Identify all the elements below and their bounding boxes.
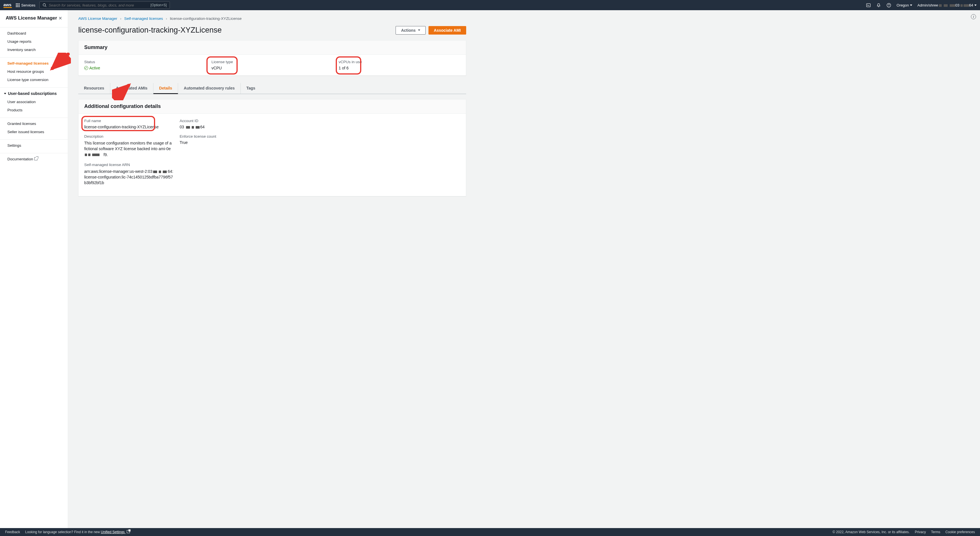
enforce-value: True (180, 140, 270, 145)
chevron-right-icon: › (166, 16, 167, 21)
account-id-value: 03 64 (180, 125, 270, 129)
check-circle-icon (84, 66, 88, 70)
license-type-value: vCPU (212, 66, 333, 70)
global-footer: Feedback Looking for language selection?… (0, 528, 980, 536)
page-title: license-configuration-tracking-XYZLicens… (78, 26, 222, 35)
fullname-value: license-configuration-tracking-XYZLicens… (84, 125, 174, 129)
info-icon[interactable]: i (971, 14, 976, 19)
details-title: Additional configuration details (84, 103, 460, 109)
account-label: Admin/shree 0364 (917, 3, 973, 7)
cloudshell-icon[interactable] (866, 3, 871, 8)
license-type-label: License type (212, 60, 333, 64)
tab-associated-amis[interactable]: Associated AMIs (110, 83, 154, 94)
sidebar-item-user-association[interactable]: User association (0, 98, 68, 106)
sidebar-title: AWS License Manager (6, 15, 57, 21)
breadcrumb: AWS License Manager › Self-managed licen… (78, 15, 466, 26)
description-value: This license configuration monitors the … (84, 140, 174, 157)
chevron-down-icon (4, 93, 6, 94)
detail-tabs: Resources Associated AMIs Details Automa… (78, 83, 466, 94)
vcpus-label: vCPUs in use (339, 60, 460, 64)
summary-status: Status Active (84, 60, 206, 70)
summary-license-type: License type vCPU (212, 60, 333, 70)
chevron-down-icon (418, 30, 420, 31)
sidebar-category-user-subscriptions[interactable]: User-based subscriptions (0, 89, 68, 98)
sidebar-item-dashboard[interactable]: Dashboard (0, 29, 68, 37)
tab-automated-discovery[interactable]: Automated discovery rules (178, 83, 241, 94)
footer-language-text: Looking for language selection? Find it … (25, 530, 130, 534)
associate-ami-button[interactable]: Associate AMI (428, 26, 466, 35)
services-label: Services (21, 3, 35, 7)
region-label: Oregon (897, 3, 909, 7)
detail-description: Description This license configuration m… (84, 134, 174, 157)
sidebar-item-seller-issued-licenses[interactable]: Seller issued licenses (0, 128, 68, 136)
annotation-highlight (336, 56, 361, 75)
arn-value: arn:aws:license-manager:us-west-2:0364:l… (84, 168, 174, 186)
detail-account-id: Account ID 03 64 (180, 119, 270, 129)
arn-label: Self-managed license ARN (84, 163, 174, 167)
footer-unified-settings-link[interactable]: Unified Settings (101, 530, 130, 534)
tab-details[interactable]: Details (153, 83, 178, 94)
details-panel: Additional configuration details Full na… (78, 99, 466, 196)
detail-arn: Self-managed license ARN arn:aws:license… (84, 163, 174, 186)
external-link-icon (34, 157, 37, 160)
sidebar-item-license-type-conversion[interactable]: License type conversion (0, 76, 68, 84)
search-icon (43, 3, 46, 7)
tab-resources[interactable]: Resources (78, 83, 110, 94)
search-shortcut: [Option+S] (151, 3, 167, 7)
close-icon[interactable]: ✕ (59, 16, 62, 21)
summary-title: Summary (84, 44, 460, 51)
detail-fullname: Full name license-configuration-tracking… (84, 119, 174, 129)
sidebar-item-self-managed-licenses[interactable]: Self-managed licenses (0, 59, 68, 67)
summary-panel: Summary Status Active License type v (78, 40, 466, 76)
footer-cookies-link[interactable]: Cookie preferences (945, 530, 975, 534)
svg-line-1 (45, 6, 46, 7)
footer-privacy-link[interactable]: Privacy (915, 530, 926, 534)
actions-dropdown-button[interactable]: Actions (396, 26, 425, 35)
sidebar-item-usage-reports[interactable]: Usage reports (0, 37, 68, 46)
account-menu[interactable]: Admin/shree 0364 (917, 3, 977, 7)
notifications-icon[interactable] (876, 3, 881, 8)
chevron-right-icon: › (120, 16, 122, 21)
service-sidebar: AWS License Manager ✕ Dashboard Usage re… (0, 10, 68, 528)
global-search[interactable]: [Option+S] (40, 2, 170, 9)
footer-feedback-link[interactable]: Feedback (5, 530, 20, 534)
services-menu-button[interactable]: Services (16, 3, 35, 7)
aws-logo[interactable]: aws (3, 3, 12, 8)
summary-vcpus-in-use: vCPUs in use 1 of 6 (339, 60, 460, 70)
status-value: Active (84, 66, 206, 70)
breadcrumb-link-self-managed[interactable]: Self-managed licenses (124, 16, 163, 21)
vcpus-value: 1 of 6 (339, 66, 460, 70)
search-input[interactable] (49, 3, 148, 7)
status-label: Status (84, 60, 206, 64)
fullname-label: Full name (84, 119, 174, 123)
region-selector[interactable]: Oregon (897, 3, 912, 7)
sidebar-item-settings[interactable]: Settings (0, 141, 68, 149)
description-label: Description (84, 134, 174, 138)
help-icon[interactable] (886, 3, 891, 8)
footer-terms-link[interactable]: Terms (931, 530, 940, 534)
annotation-highlight (207, 56, 238, 75)
breadcrumb-link-root[interactable]: AWS License Manager (78, 16, 118, 21)
main-content: i AWS License Manager › Self-managed lic… (68, 10, 980, 528)
enforce-label: Enforce license count (180, 134, 270, 138)
account-id-label: Account ID (180, 119, 270, 123)
global-nav: aws Services [Option+S] Oregon Admin/shr… (0, 0, 980, 10)
svg-point-0 (43, 4, 46, 6)
sidebar-item-inventory-search[interactable]: Inventory search (0, 46, 68, 54)
chevron-down-icon (910, 5, 912, 6)
tab-tags[interactable]: Tags (241, 83, 261, 94)
external-link-icon (127, 530, 130, 533)
chevron-down-icon (974, 5, 977, 6)
breadcrumb-current: license-configuration-tracking-XYZLicens… (170, 16, 242, 21)
detail-enforce: Enforce license count True (180, 134, 270, 145)
sidebar-item-products[interactable]: Products (0, 106, 68, 114)
sidebar-item-documentation[interactable]: Documentation (0, 155, 68, 163)
grid-icon (16, 3, 19, 7)
footer-copyright: © 2022, Amazon Web Services, Inc. or its… (832, 530, 910, 534)
sidebar-item-granted-licenses[interactable]: Granted licenses (0, 119, 68, 128)
sidebar-item-host-resource-groups[interactable]: Host resource groups (0, 67, 68, 76)
